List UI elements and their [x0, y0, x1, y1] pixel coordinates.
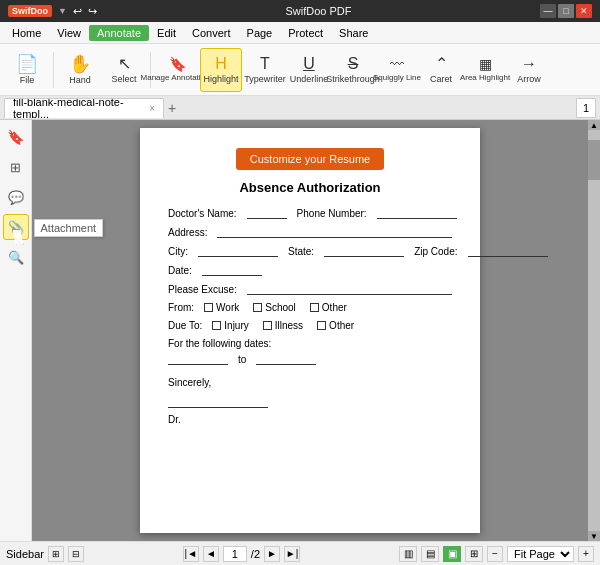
scrollbar-vertical[interactable]: ▲ ▼	[588, 120, 600, 541]
illness-checkbox[interactable]	[263, 321, 272, 330]
tool-manage[interactable]: 🔖 Manage Annotations	[156, 48, 198, 92]
minimize-button[interactable]: —	[540, 4, 556, 18]
address-field	[217, 226, 452, 238]
scroll-down-button[interactable]: ▼	[588, 531, 600, 541]
tool-squiggly[interactable]: 〰 Squiggly Line	[376, 48, 418, 92]
injury-label: Injury	[224, 320, 248, 331]
school-checkbox[interactable]	[253, 303, 262, 312]
tool-select[interactable]: ↖ Select	[103, 48, 145, 92]
main-area: 🔖 ⊞ 💬 📎 Attachment 🔍 Customize your Resu…	[0, 120, 600, 541]
manage-icon: 🔖	[169, 57, 186, 71]
tool-hand-label: Hand	[69, 75, 91, 85]
zip-label: Zip Code:	[414, 246, 457, 257]
next-page-button[interactable]: ►	[264, 546, 280, 562]
illness-label: Illness	[275, 320, 303, 331]
sidebar-icon-search[interactable]: 🔍	[3, 244, 29, 270]
sidebar-expand-button[interactable]: ⊞	[48, 546, 64, 562]
doctors-name-label: Doctor's Name:	[168, 208, 237, 219]
titlebar-redo[interactable]: ↪	[88, 5, 97, 18]
injury-checkbox[interactable]	[212, 321, 221, 330]
close-button[interactable]: ✕	[576, 4, 592, 18]
document-title: Absence Authorization	[168, 180, 452, 195]
statusbar-center: |◄ ◄ /2 ► ►|	[90, 546, 393, 562]
bookmark-icon: 🔖	[7, 129, 24, 145]
menu-protect[interactable]: Protect	[280, 25, 331, 41]
sidebar-collapse-button[interactable]: ⊟	[68, 546, 84, 562]
comment-icon: 💬	[8, 190, 24, 205]
zoom-out-button[interactable]: −	[487, 546, 503, 562]
document-tab[interactable]: fill-blank-medical-note-templ... ×	[4, 98, 164, 118]
sidebar-icon-bookmark[interactable]: 🔖	[3, 124, 29, 150]
view-spread-button[interactable]: ⊞	[465, 546, 483, 562]
zoom-in-button[interactable]: +	[578, 546, 594, 562]
tool-arrow-label: Arrow	[517, 74, 541, 84]
field-row-from: From: Work School Other	[168, 302, 452, 313]
tabbar: fill-blank-medical-note-templ... × + 1	[0, 96, 600, 120]
sidebar-icon-pages[interactable]: ⊞	[3, 154, 29, 180]
tool-area-highlight[interactable]: ▦ Area Highlight	[464, 48, 506, 92]
statusbar-right: ▥ ▤ ▣ ⊞ − Fit Page +	[399, 546, 594, 562]
other2-checkbox[interactable]	[317, 321, 326, 330]
menu-edit[interactable]: Edit	[149, 25, 184, 41]
squiggly-icon: 〰	[390, 57, 404, 71]
arrow-icon: →	[521, 56, 537, 72]
date-field	[202, 264, 262, 276]
illness-checkbox-group: Illness	[263, 320, 303, 331]
scroll-up-button[interactable]: ▲	[588, 120, 600, 130]
last-page-button[interactable]: ►|	[284, 546, 300, 562]
other1-checkbox[interactable]	[310, 303, 319, 312]
page-number-input[interactable]	[223, 546, 247, 562]
tool-squiggly-label: Squiggly Line	[373, 73, 421, 82]
zip-field	[468, 245, 548, 257]
menu-view[interactable]: View	[49, 25, 89, 41]
tool-caret[interactable]: ⌃ Caret	[420, 48, 462, 92]
menu-page[interactable]: Page	[239, 25, 281, 41]
window-controls: — □ ✕	[540, 4, 592, 18]
typewriter-icon: T	[260, 56, 270, 72]
tool-strikethrough-label: Strikethrough	[326, 74, 380, 84]
view-continuous-button[interactable]: ▤	[421, 546, 439, 562]
sidebar-icon-comment[interactable]: 💬	[3, 184, 29, 210]
document-area[interactable]: Customize your Resume Absence Authorizat…	[32, 120, 600, 541]
signature-line	[168, 396, 268, 408]
work-checkbox[interactable]	[204, 303, 213, 312]
tool-highlight-label: Highlight	[203, 74, 238, 84]
titlebar-undo[interactable]: ↩	[73, 5, 82, 18]
first-page-button[interactable]: |◄	[183, 546, 199, 562]
menu-convert[interactable]: Convert	[184, 25, 239, 41]
fit-dropdown[interactable]: Fit Page	[507, 546, 574, 562]
statusbar-left: Sidebar ⊞ ⊟	[6, 546, 84, 562]
tool-strikethrough[interactable]: S Strikethrough	[332, 48, 374, 92]
tool-arrow[interactable]: → Arrow	[508, 48, 550, 92]
tool-typewriter[interactable]: T Typewriter	[244, 48, 286, 92]
tab-filename: fill-blank-medical-note-templ...	[13, 98, 145, 118]
field-row-city: City: State: Zip Code:	[168, 245, 452, 257]
date-to-field	[256, 353, 316, 365]
pages-icon: ⊞	[10, 160, 21, 175]
tool-highlight[interactable]: H Highlight	[200, 48, 242, 92]
view-single-button[interactable]: ▥	[399, 546, 417, 562]
titlebar-dropdown-icon[interactable]: ▼	[58, 6, 67, 16]
tab-add-button[interactable]: +	[164, 100, 180, 116]
sidebar-icon-attachment[interactable]: 📎 Attachment	[3, 214, 29, 240]
city-label: City:	[168, 246, 188, 257]
phone-number-field	[377, 207, 457, 219]
tool-area-highlight-label: Area Highlight	[460, 73, 510, 82]
menu-home[interactable]: Home	[4, 25, 49, 41]
scrollbar-thumb[interactable]	[588, 140, 600, 180]
prev-page-button[interactable]: ◄	[203, 546, 219, 562]
tab-close-button[interactable]: ×	[149, 103, 155, 114]
menu-annotate[interactable]: Annotate	[89, 25, 149, 41]
maximize-button[interactable]: □	[558, 4, 574, 18]
select-icon: ↖	[118, 56, 131, 72]
view-fit-button[interactable]: ▣	[443, 546, 461, 562]
file-icon: 📄	[16, 55, 38, 73]
tool-underline[interactable]: U Underline	[288, 48, 330, 92]
date-from-field	[168, 353, 228, 365]
tool-file[interactable]: 📄 File	[6, 48, 48, 92]
tab-page-indicator: 1	[576, 98, 596, 118]
tool-typewriter-label: Typewriter	[244, 74, 286, 84]
menu-share[interactable]: Share	[331, 25, 376, 41]
tool-hand[interactable]: ✋ Hand	[59, 48, 101, 92]
customize-resume-button[interactable]: Customize your Resume	[236, 148, 384, 170]
